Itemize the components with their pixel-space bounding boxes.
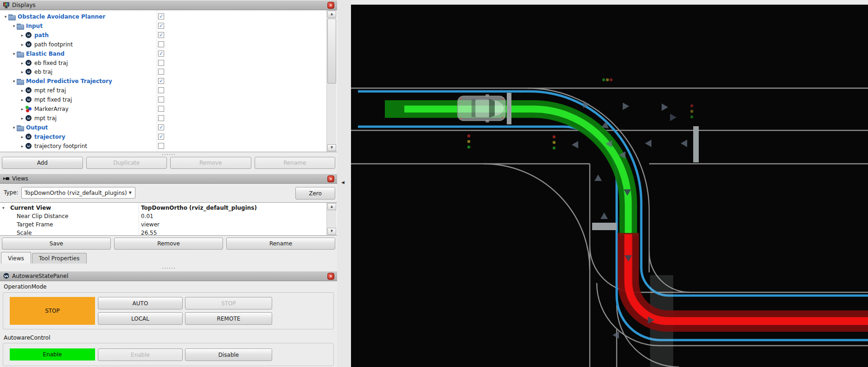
autoware-control-group: Enable Enable Disable [3, 343, 334, 366]
operation-mode-local-button[interactable]: LOCAL [98, 312, 183, 325]
scroll-up-icon[interactable] [327, 203, 336, 210]
autoware-control-enable-button[interactable]: Enable [98, 348, 183, 361]
view-type-select[interactable]: TopDownOrtho (rviz_default_plugins) [21, 187, 135, 199]
views-save-button[interactable]: Save [2, 238, 111, 250]
views-rename-button[interactable]: Rename [226, 238, 335, 250]
displays-tree[interactable]: Obstacle Avoidance PlannerInputpathpath … [0, 10, 337, 152]
traffic-light-dot [553, 147, 555, 149]
tree-item-model-predictive-trajectory[interactable]: Model Predictive Trajectory [0, 77, 336, 86]
tree-item-label: Model Predictive Trajectory [26, 78, 112, 84]
expander-open-icon[interactable] [11, 21, 17, 31]
property-value[interactable]: 26.55 [141, 230, 157, 236]
tab-views[interactable]: Views [1, 252, 31, 264]
property-value[interactable]: 0.01 [141, 213, 153, 219]
tree-item-trajectory-footprint[interactable]: trajectory footprint [0, 142, 337, 151]
expander-open-icon[interactable] [3, 12, 8, 21]
expander-closed-icon[interactable] [19, 31, 25, 40]
tree-item-eb-traj[interactable]: eb traj [0, 67, 337, 77]
views-table-scrollbar[interactable] [326, 203, 337, 235]
property-row-scale[interactable]: Scale26.55 [0, 229, 325, 236]
tree-item-eb-fixed-traj[interactable]: eb fixed traj [0, 58, 337, 68]
expander-closed-icon[interactable] [19, 67, 25, 77]
current-view-table[interactable]: Current ViewTopDownOrtho (rviz_default_p… [0, 202, 337, 236]
expander-closed-icon[interactable] [19, 132, 25, 142]
autoware-icon [25, 69, 32, 75]
markers-icon [25, 106, 32, 112]
displays-tree-scrollbar[interactable] [326, 10, 337, 152]
tab-tool-properties[interactable]: Tool Properties [32, 253, 87, 264]
expander-closed-icon[interactable] [19, 58, 25, 68]
displays-close-icon[interactable] [327, 2, 334, 9]
rviz-3d-viewport[interactable] [351, 5, 868, 367]
folder-icon [17, 124, 24, 131]
tree-item-markerarray[interactable]: MarkerArray [0, 104, 337, 114]
property-value[interactable]: viewer [141, 221, 160, 228]
expander-open-icon[interactable] [2, 206, 5, 210]
traffic-light-dot [602, 78, 605, 81]
autoware-icon [25, 97, 32, 103]
property-row-target-frame[interactable]: Target Frameviewer [0, 220, 325, 229]
displays-panel-header[interactable]: Displays [0, 0, 337, 10]
expander-open-icon[interactable] [11, 77, 17, 86]
tree-item-mpt-ref-traj[interactable]: mpt ref traj [0, 86, 337, 95]
tree-item-label: trajectory footprint [34, 143, 87, 149]
autoware-control-label: AutowareControl [4, 335, 50, 341]
scrollbar-thumb[interactable] [327, 19, 336, 84]
autoware-icon [25, 60, 32, 66]
tree-item-output[interactable]: Output [0, 123, 336, 132]
splitter-handle[interactable] [0, 266, 337, 270]
autoware-icon [25, 87, 32, 94]
expander-open-icon[interactable] [11, 49, 17, 58]
operation-mode-stop-button[interactable]: STOP [185, 297, 272, 309]
expander-closed-icon[interactable] [19, 86, 25, 95]
views-panel-header[interactable]: Views [0, 174, 337, 184]
scroll-down-icon[interactable] [327, 228, 336, 235]
tree-item-label: path footprint [34, 41, 73, 48]
displays-duplicate-button[interactable]: Duplicate [86, 157, 167, 169]
property-row-near-clip-distance[interactable]: Near Clip Distance0.01 [0, 212, 325, 220]
zero-button[interactable]: Zero [295, 187, 335, 200]
scroll-down-icon[interactable] [327, 144, 336, 151]
expander-closed-icon[interactable] [19, 40, 25, 49]
views-icon [3, 175, 10, 182]
tree-item-path-footprint[interactable]: path footprint [0, 40, 337, 49]
view-type-label: Type: [4, 189, 19, 196]
tree-item-trajectory[interactable]: trajectory [0, 132, 337, 142]
tree-item-mpt-traj[interactable]: mpt traj [0, 114, 337, 123]
view-type-value: TopDownOrtho (rviz_default_plugins) [25, 190, 127, 196]
expander-closed-icon[interactable] [19, 104, 25, 114]
tree-item-label: Input [26, 23, 43, 29]
views-remove-button[interactable]: Remove [114, 238, 223, 250]
tree-item-path[interactable]: path [0, 31, 337, 40]
autoware-state-panel-header[interactable]: AutowareStatePanel [0, 271, 337, 281]
expander-closed-icon[interactable] [19, 95, 25, 104]
tree-item-mpt-fixed-traj[interactable]: mpt fixed traj [0, 95, 337, 104]
tree-item-label: Elastic Band [26, 51, 64, 57]
operation-mode-remote-button[interactable]: REMOTE [185, 312, 272, 325]
views-button-row: SaveRemoveRename [0, 238, 337, 250]
operation-mode-auto-button[interactable]: AUTO [98, 297, 183, 309]
state-panel-title: AutowareStatePanel [12, 273, 68, 279]
expander-open-icon[interactable] [11, 123, 17, 132]
tree-item-elastic-band[interactable]: Elastic Band [0, 49, 336, 58]
displays-add-button[interactable]: Add [2, 157, 83, 169]
traffic-light-dot [467, 140, 470, 143]
displays-remove-button[interactable]: Remove [170, 157, 251, 169]
autoware-icon [3, 273, 10, 279]
property-name: Near Clip Distance [17, 213, 68, 219]
state-panel-close-icon[interactable] [327, 273, 334, 280]
tree-item-input[interactable]: Input [0, 21, 336, 31]
views-close-icon[interactable] [327, 175, 334, 182]
tree-item-obstacle-avoidance-planner[interactable]: Obstacle Avoidance Planner [0, 12, 327, 21]
splitter-handle[interactable] [0, 153, 337, 156]
property-value[interactable]: TopDownOrtho (rviz_default_plugins) [141, 205, 257, 211]
expander-closed-icon[interactable] [19, 114, 25, 123]
scroll-up-icon[interactable] [327, 11, 336, 18]
views-type-row: Type: TopDownOrtho (rviz_default_plugins… [0, 187, 337, 199]
displays-icon [3, 2, 10, 8]
collapse-panel-icon[interactable] [341, 180, 345, 185]
expander-closed-icon[interactable] [19, 142, 25, 151]
property-row-current-view[interactable]: Current ViewTopDownOrtho (rviz_default_p… [0, 204, 325, 212]
autoware-control-disable-button[interactable]: Disable [185, 348, 272, 361]
displays-rename-button[interactable]: Rename [255, 157, 336, 169]
